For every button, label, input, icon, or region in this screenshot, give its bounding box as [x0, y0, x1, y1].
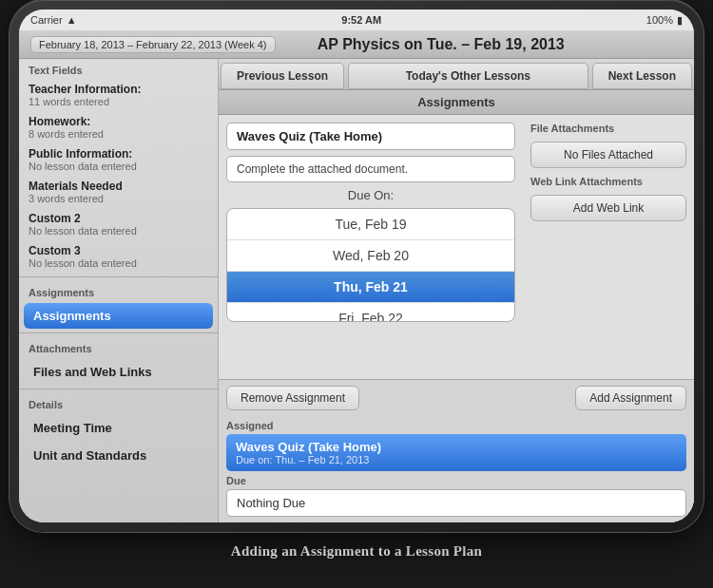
date-picker-list: Tue, Feb 19 Wed, Feb 20 Thu, Feb 21 Fri,… [227, 209, 514, 322]
file-attachments-label: File Attachments [530, 123, 686, 134]
date-option-1[interactable]: Wed, Feb 20 [227, 240, 514, 272]
bottom-caption: Adding an Assignment to a Lesson Plan [231, 532, 483, 570]
nav-tabs: Previous Lesson Today's Other Lessons Ne… [219, 59, 694, 90]
sidebar-item-custom2-title: Custom 2 [29, 212, 208, 225]
sidebar-item-public[interactable]: Public Information: No lesson data enter… [19, 143, 218, 176]
assignment-list-section: Assigned Waves Quiz (Take Home) Due on: … [219, 416, 694, 522]
assignment-panel: Waves Quiz (Take Home) Complete the atta… [219, 115, 694, 522]
carrier-label: Carrier [30, 14, 63, 26]
add-assignment-button[interactable]: Add Assignment [575, 386, 686, 410]
sidebar-item-teacher-subtitle: 11 words entered [29, 96, 208, 107]
assignment-top: Waves Quiz (Take Home) Complete the atta… [219, 115, 694, 379]
date-bar: February 18, 2013 – February 22, 2013 (W… [19, 30, 694, 59]
add-web-link-btn[interactable]: Add Web Link [530, 195, 686, 221]
sidebar-item-materials-subtitle: 3 words entered [29, 193, 208, 204]
sidebar-item-teacher[interactable]: Teacher Information: 11 words entered [19, 79, 218, 111]
sidebar-item-custom2-subtitle: No lesson data entered [29, 225, 208, 237]
time-label: 9:52 AM [341, 14, 381, 26]
assignment-title-field[interactable]: Waves Quiz (Take Home) [226, 123, 515, 150]
battery-label: 100% [646, 14, 673, 26]
ipad-screen: Carrier ▲ 9:52 AM 100% ▮ February 18, 20… [19, 9, 694, 522]
due-on-label: Due On: [226, 188, 515, 202]
due-item: Nothing Due [226, 489, 686, 517]
sidebar-files-nav[interactable]: Files and Web Links [24, 359, 213, 385]
today-lessons-tab[interactable]: Today's Other Lessons [348, 63, 588, 89]
assignment-right: File Attachments No Files Attached Web L… [523, 115, 694, 379]
sidebar-item-custom3-subtitle: No lesson data entered [29, 257, 208, 269]
sidebar-item-public-subtitle: No lesson data entered [29, 161, 208, 172]
bottom-buttons: Remove Assignment Add Assignment [219, 379, 694, 416]
ipad-frame: Carrier ▲ 9:52 AM 100% ▮ February 18, 20… [10, 0, 703, 532]
divider-2 [19, 332, 218, 333]
sidebar: Text Fields Teacher Information: 11 word… [19, 59, 219, 522]
date-option-0[interactable]: Tue, Feb 19 [227, 209, 514, 240]
sidebar-item-teacher-title: Teacher Information: [29, 83, 208, 96]
assignment-left: Waves Quiz (Take Home) Complete the atta… [219, 115, 523, 379]
date-range: February 18, 2013 – February 22, 2013 (W… [30, 36, 276, 53]
date-option-2[interactable]: Thu, Feb 21 [227, 272, 514, 303]
assigned-item-sub: Due on: Thu. – Feb 21, 2013 [236, 454, 677, 465]
remove-assignment-button[interactable]: Remove Assignment [226, 386, 359, 410]
sidebar-item-materials-title: Materials Needed [29, 180, 208, 193]
lesson-title: AP Physics on Tue. – Feb 19, 2013 [318, 36, 565, 53]
sidebar-item-homework-title: Homework: [29, 115, 208, 128]
status-bar: Carrier ▲ 9:52 AM 100% ▮ [19, 9, 694, 30]
sidebar-item-custom3[interactable]: Custom 3 No lesson data entered [19, 240, 218, 273]
status-right: 100% ▮ [646, 14, 683, 27]
sidebar-item-homework[interactable]: Homework: 8 words entered [19, 111, 218, 143]
wifi-icon: ▲ [67, 14, 77, 26]
assigned-item[interactable]: Waves Quiz (Take Home) Due on: Thu. – Fe… [226, 434, 686, 471]
due-label: Due [226, 475, 686, 486]
sidebar-item-homework-subtitle: 8 words entered [29, 128, 208, 140]
assignments-section-header: Assignments [19, 281, 218, 301]
web-link-label: Web Link Attachments [530, 176, 686, 187]
divider-3 [19, 389, 218, 389]
sidebar-item-custom3-title: Custom 3 [29, 244, 208, 257]
sidebar-item-public-title: Public Information: [29, 147, 208, 161]
date-picker[interactable]: Tue, Feb 19 Wed, Feb 20 Thu, Feb 21 Fri,… [226, 208, 515, 322]
attachments-section-header: Attachments [19, 337, 218, 357]
assigned-label: Assigned [226, 420, 686, 431]
previous-lesson-tab[interactable]: Previous Lesson [221, 63, 344, 89]
assignments-header: Assignments [219, 90, 694, 115]
details-section-header: Details [19, 393, 218, 413]
outer-wrapper: Carrier ▲ 9:52 AM 100% ▮ February 18, 20… [0, 0, 713, 588]
divider-1 [19, 276, 218, 277]
sidebar-assignments-nav[interactable]: Assignments [24, 303, 213, 329]
sidebar-item-custom2[interactable]: Custom 2 No lesson data entered [19, 208, 218, 240]
content-area: Text Fields Teacher Information: 11 word… [19, 59, 694, 522]
sidebar-unit-standards[interactable]: Unit and Standards [24, 443, 213, 468]
sidebar-item-materials[interactable]: Materials Needed 3 words entered [19, 176, 218, 208]
status-left: Carrier ▲ [30, 14, 77, 26]
sidebar-meeting-time[interactable]: Meeting Time [24, 415, 213, 441]
date-option-3[interactable]: Fri, Feb 22 [227, 303, 514, 322]
next-lesson-tab[interactable]: Next Lesson [592, 63, 692, 89]
assigned-item-title: Waves Quiz (Take Home) [236, 440, 677, 454]
main-content: Previous Lesson Today's Other Lessons Ne… [219, 59, 694, 522]
assignment-desc-field[interactable]: Complete the attached document. [226, 156, 515, 182]
battery-icon: ▮ [677, 14, 683, 27]
text-fields-header: Text Fields [19, 59, 218, 79]
no-files-btn[interactable]: No Files Attached [530, 142, 686, 168]
